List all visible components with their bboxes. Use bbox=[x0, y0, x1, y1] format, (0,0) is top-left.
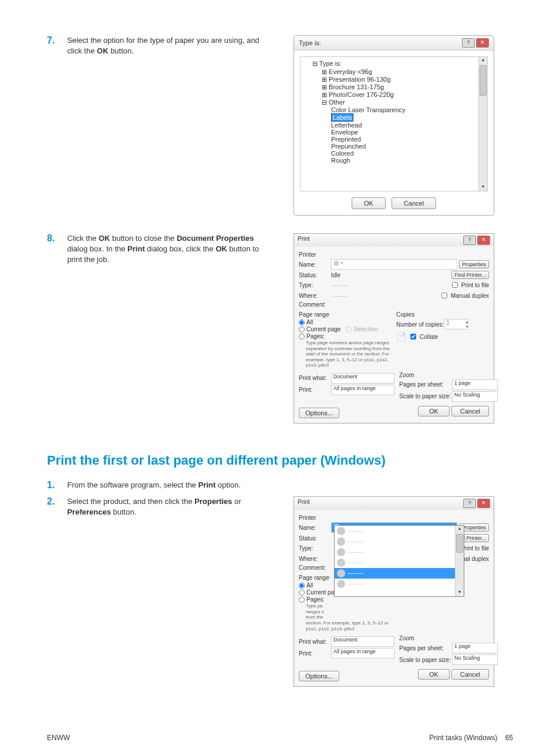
pps-label: Pages per sheet: bbox=[399, 645, 452, 651]
status-label: Status: bbox=[299, 272, 331, 278]
all-radio[interactable] bbox=[299, 320, 305, 325]
name-label: Name: bbox=[299, 525, 331, 531]
type-value: ——— bbox=[331, 282, 349, 288]
scrollbar[interactable]: ▴ ▾ bbox=[478, 57, 487, 191]
tree-item[interactable]: ⊞ Photo/Cover 176-220g bbox=[301, 91, 487, 99]
list-item[interactable]: ——— bbox=[335, 526, 464, 536]
print-select[interactable]: All pages in range bbox=[331, 648, 394, 658]
all-label: All bbox=[306, 582, 313, 589]
list-item[interactable]: ——— bbox=[335, 557, 464, 568]
tree-item[interactable]: Prepunched bbox=[301, 143, 487, 150]
current-radio[interactable] bbox=[299, 327, 305, 332]
scroll-up-icon[interactable]: ▴ bbox=[456, 526, 463, 533]
tree-item[interactable]: ⊞ Presentation 96-130g bbox=[301, 76, 487, 83]
print-what-select[interactable]: Document bbox=[331, 636, 394, 647]
printer-icon bbox=[337, 580, 345, 588]
zoom-group: Zoom bbox=[399, 635, 498, 641]
step-body: Select the option for the type of paper … bbox=[67, 35, 272, 56]
copies-stepper[interactable]: 1▴▾ bbox=[444, 319, 468, 330]
where-label: Where: bbox=[299, 293, 331, 299]
close-icon[interactable]: ✕ bbox=[477, 499, 490, 508]
print-dialog: Print ? ✕ Printer Name: ▦ ▾ Properties S… bbox=[294, 233, 494, 424]
collate-checkbox[interactable] bbox=[410, 334, 416, 340]
help-icon[interactable]: ? bbox=[462, 38, 475, 48]
section-heading: Print the first or last page on differen… bbox=[47, 453, 513, 468]
print-label: Print: bbox=[299, 387, 331, 393]
print-to-file-checkbox[interactable] bbox=[452, 282, 458, 288]
help-icon[interactable]: ? bbox=[463, 236, 476, 245]
step-body: From the software program, select the Pr… bbox=[67, 480, 272, 490]
find-printer-button[interactable]: Find Printer... bbox=[451, 271, 489, 279]
print-dialog-with-dropdown: Print ? ✕ Printer Name: ▦ ▾ Properties —… bbox=[294, 496, 494, 687]
manual-duplex-checkbox[interactable] bbox=[441, 293, 447, 298]
type-tree[interactable]: ⊟ Type is: ⊞ Everyday <96g ⊞ Presentatio… bbox=[300, 56, 488, 191]
printer-icon bbox=[337, 569, 345, 577]
comment-label: Comment: bbox=[299, 301, 331, 308]
tree-item[interactable]: ⊞ Brochure 131-175g bbox=[301, 83, 487, 91]
comment-label: Comment: bbox=[299, 564, 331, 571]
scale-select[interactable]: No Scaling bbox=[452, 654, 498, 665]
properties-button[interactable]: Properties bbox=[459, 260, 489, 268]
scroll-thumb[interactable] bbox=[456, 534, 463, 553]
printer-icon bbox=[337, 559, 345, 567]
tree-item[interactable]: Rough bbox=[301, 157, 487, 164]
print-select[interactable]: All pages in range bbox=[331, 385, 394, 395]
scroll-thumb[interactable] bbox=[480, 65, 487, 96]
tree-item[interactable]: Color Laser Transparency bbox=[301, 106, 487, 113]
printer-icon bbox=[337, 527, 345, 535]
tree-item[interactable]: Colored bbox=[301, 150, 487, 157]
ok-button[interactable]: OK bbox=[418, 669, 450, 680]
all-label: All bbox=[306, 319, 313, 325]
status-label: Status: bbox=[299, 535, 331, 542]
name-select[interactable]: ▦ ▾ bbox=[331, 259, 457, 270]
dialog-title: Type is: bbox=[299, 39, 321, 46]
tree-item[interactable]: Preprinted bbox=[301, 136, 487, 143]
list-item[interactable]: ——— bbox=[335, 536, 464, 547]
cancel-button[interactable]: Cancel bbox=[392, 197, 436, 209]
tree-item[interactable]: Letterhead bbox=[301, 122, 487, 129]
scale-label: Scale to paper size: bbox=[399, 657, 452, 663]
ok-button[interactable]: OK bbox=[352, 197, 386, 209]
print-what-label: Print what: bbox=[299, 639, 331, 645]
pps-select[interactable]: 1 page bbox=[452, 643, 498, 653]
scroll-up-icon[interactable]: ▴ bbox=[480, 57, 487, 64]
list-item-selected[interactable]: ——— bbox=[335, 568, 464, 579]
footer-left: ENWW bbox=[47, 734, 70, 742]
printer-icon bbox=[337, 537, 345, 546]
tree-item[interactable]: Envelope bbox=[301, 129, 487, 136]
scale-select[interactable]: No Scaling bbox=[452, 391, 498, 402]
copies-group: Copies bbox=[396, 311, 489, 318]
tree-item[interactable]: ⊞ Everyday <96g bbox=[301, 68, 487, 76]
step-number: 7. bbox=[47, 35, 65, 46]
print-what-select[interactable]: Document bbox=[331, 373, 394, 384]
all-radio[interactable] bbox=[299, 583, 305, 589]
options-button[interactable]: Options... bbox=[299, 408, 339, 418]
pages-radio[interactable] bbox=[299, 597, 305, 603]
ok-button[interactable]: OK bbox=[418, 406, 450, 416]
options-button[interactable]: Options... bbox=[299, 671, 339, 681]
close-icon[interactable]: ✕ bbox=[476, 38, 489, 48]
help-icon[interactable]: ? bbox=[463, 499, 476, 508]
print-to-file-label: Print to file bbox=[461, 282, 489, 288]
pages-radio[interactable] bbox=[299, 334, 305, 340]
scroll-down-icon[interactable]: ▾ bbox=[480, 184, 487, 191]
current-label: Current page bbox=[306, 326, 340, 332]
current-radio[interactable] bbox=[299, 590, 305, 596]
tree-item-selected[interactable]: Labels bbox=[301, 113, 487, 122]
list-item[interactable]: ——— bbox=[335, 579, 464, 589]
tree-item[interactable]: ⊟ Other bbox=[301, 99, 487, 106]
list-item[interactable]: ——— bbox=[335, 547, 464, 557]
close-icon[interactable]: ✕ bbox=[477, 236, 490, 245]
print-label: Print: bbox=[299, 650, 331, 657]
cancel-button[interactable]: Cancel bbox=[451, 669, 489, 680]
scroll-down-icon[interactable]: ▾ bbox=[456, 589, 463, 596]
pps-select[interactable]: 1 page bbox=[452, 379, 498, 390]
printer-dropdown[interactable]: ——— ——— ——— ——— ——— ——— ▴ ▾ bbox=[334, 525, 464, 597]
tree-root[interactable]: ⊟ Type is: bbox=[301, 59, 487, 68]
step-number: 2. bbox=[47, 496, 65, 507]
name-label: Name: bbox=[299, 261, 331, 268]
cancel-button[interactable]: Cancel bbox=[451, 406, 489, 416]
pages-note: Type paranges sfrom thesection. For exam… bbox=[306, 603, 392, 631]
footer-right: Print tasks (Windows) 65 bbox=[429, 734, 513, 742]
scrollbar[interactable]: ▴ ▾ bbox=[455, 526, 464, 596]
